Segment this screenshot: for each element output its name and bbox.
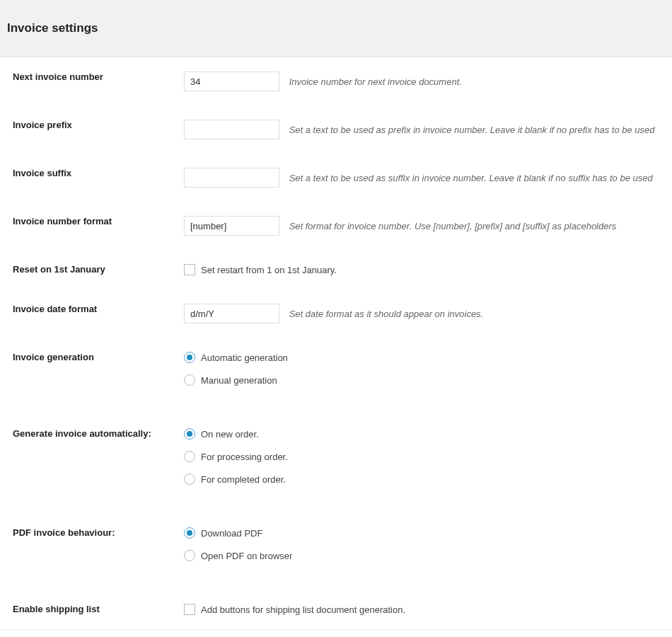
invoice-generation-automatic-label[interactable]: Automatic generation bbox=[201, 352, 288, 363]
generate-auto-processing-label[interactable]: For processing order. bbox=[201, 452, 288, 462]
pdf-behaviour-label: PDF invoice behaviour: bbox=[0, 499, 184, 575]
invoice-prefix-label: Invoice prefix bbox=[0, 105, 184, 154]
generate-auto-label: Generate invoice automatically: bbox=[0, 400, 184, 499]
invoice-generation-label: Invoice generation bbox=[0, 338, 184, 400]
invoice-generation-manual-radio[interactable] bbox=[184, 374, 195, 386]
invoice-prefix-input[interactable] bbox=[184, 120, 279, 139]
invoice-date-format-description: Set date format as it should appear on i… bbox=[289, 309, 484, 319]
pdf-behaviour-download-label[interactable]: Download PDF bbox=[201, 528, 262, 539]
reset-january-label: Reset on 1st January bbox=[0, 250, 184, 289]
invoice-suffix-input[interactable] bbox=[184, 168, 279, 188]
invoice-prefix-description: Set a text to be used as prefix in invoi… bbox=[289, 125, 655, 135]
invoice-suffix-description: Set a text to be used as suffix in invoi… bbox=[289, 173, 653, 183]
next-invoice-number-input[interactable] bbox=[184, 71, 279, 91]
invoice-date-format-input[interactable] bbox=[184, 304, 279, 323]
reset-january-checkbox[interactable] bbox=[184, 264, 195, 275]
invoice-date-format-label: Invoice date format bbox=[0, 289, 184, 338]
generate-auto-new-order-radio[interactable] bbox=[184, 428, 195, 440]
shipping-list-checkbox-label[interactable]: Add buttons for shipping list document g… bbox=[201, 604, 405, 615]
pdf-behaviour-open-radio[interactable] bbox=[184, 550, 195, 561]
next-invoice-number-description: Invoice number for next invoice document… bbox=[289, 76, 462, 87]
invoice-generation-automatic-radio[interactable] bbox=[184, 352, 195, 363]
settings-header: Invoice settings bbox=[0, 0, 672, 57]
invoice-number-format-input[interactable] bbox=[184, 216, 279, 236]
invoice-generation-manual-label[interactable]: Manual generation bbox=[201, 375, 277, 386]
invoice-suffix-label: Invoice suffix bbox=[0, 154, 184, 202]
pdf-behaviour-download-radio[interactable] bbox=[184, 527, 195, 539]
next-invoice-number-label: Next invoice number bbox=[0, 57, 184, 105]
generate-auto-completed-radio[interactable] bbox=[184, 474, 195, 485]
page-title: Invoice settings bbox=[7, 21, 665, 35]
invoice-number-format-label: Invoice number format bbox=[0, 202, 184, 250]
invoice-number-format-description: Set format for invoice number. Use [numb… bbox=[289, 221, 617, 231]
pdf-behaviour-open-label[interactable]: Open PDF on browser bbox=[201, 551, 292, 561]
reset-january-checkbox-label[interactable]: Set restart from 1 on 1st January. bbox=[201, 265, 337, 275]
settings-form-table: Next invoice number Invoice number for n… bbox=[0, 57, 672, 630]
generate-auto-completed-label[interactable]: For completed order. bbox=[201, 474, 286, 485]
shipping-list-checkbox[interactable] bbox=[184, 604, 195, 615]
generate-auto-processing-radio[interactable] bbox=[184, 451, 195, 462]
shipping-list-label: Enable shipping list bbox=[0, 575, 184, 630]
generate-auto-new-order-label[interactable]: On new order. bbox=[201, 429, 259, 440]
